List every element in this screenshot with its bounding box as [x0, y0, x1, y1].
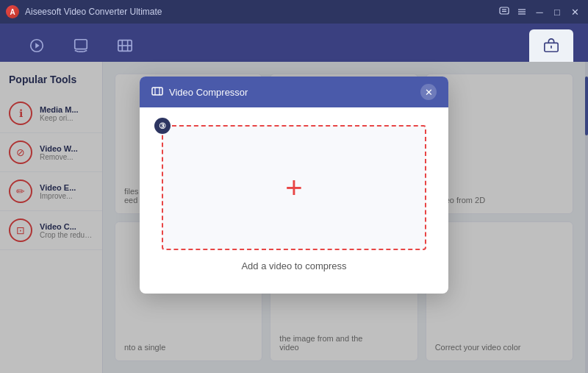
- modal-header-icon: [151, 85, 163, 99]
- menu-button[interactable]: [514, 4, 529, 19]
- svg-marker-7: [35, 43, 40, 48]
- window-controls: ─ □ ✕: [497, 4, 582, 19]
- app-title: Aiseesoft Video Converter Ultimate: [25, 7, 162, 17]
- main-content: Popular Tools ℹ Media M... Keep ori... ⊘…: [0, 62, 588, 373]
- minimize-button[interactable]: ─: [532, 4, 547, 19]
- svg-rect-8: [75, 40, 87, 49]
- svg-rect-0: [500, 7, 509, 14]
- svg-line-10: [84, 50, 87, 51]
- modal-header: Video Compressor ✕: [140, 77, 448, 107]
- step-badge: ③: [154, 118, 171, 134]
- modal-overlay: Video Compressor ✕ ③ + Add a video to co…: [0, 62, 588, 373]
- video-compressor-modal: Video Compressor ✕ ③ + Add a video to co…: [140, 77, 448, 294]
- modal-title: Video Compressor: [169, 87, 248, 98]
- title-bar: A Aiseesoft Video Converter Ultimate ─ □…: [0, 0, 588, 24]
- app-logo: A: [6, 5, 19, 18]
- nav-bar: [0, 24, 588, 62]
- modal-body: ③ + Add a video to compress: [140, 107, 448, 294]
- tab-convert[interactable]: [15, 29, 59, 62]
- close-button[interactable]: ✕: [567, 4, 582, 19]
- svg-line-9: [75, 50, 79, 51]
- tab-edit[interactable]: [103, 29, 147, 62]
- drop-zone-wrapper: ③ +: [162, 125, 426, 250]
- modal-close-button[interactable]: ✕: [420, 84, 437, 100]
- svg-rect-18: [152, 88, 162, 95]
- maximize-button[interactable]: □: [550, 4, 564, 19]
- drop-zone[interactable]: +: [162, 125, 426, 250]
- drop-zone-plus-icon: +: [285, 173, 302, 202]
- tab-enhance[interactable]: [59, 29, 103, 62]
- drop-zone-label: Add a video to compress: [241, 260, 346, 271]
- chat-button[interactable]: [497, 4, 512, 19]
- tab-toolbox[interactable]: [529, 29, 573, 62]
